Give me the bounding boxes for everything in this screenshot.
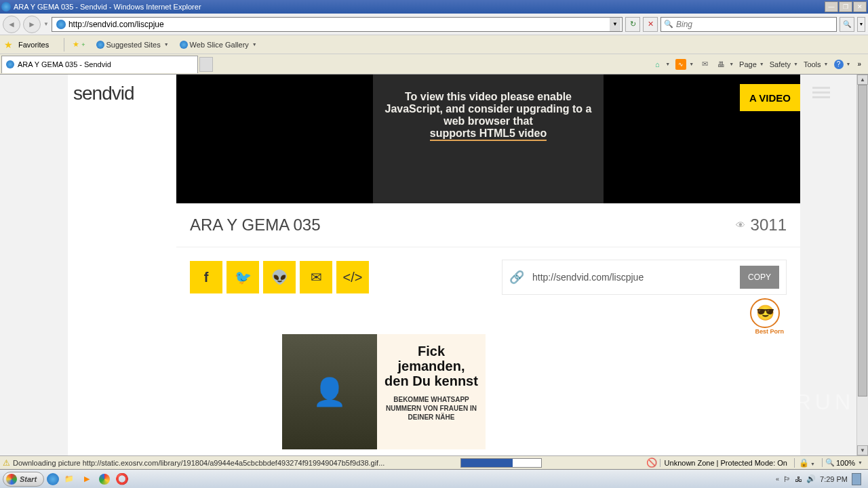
web-slice-gallery-link[interactable]: Web Slice Gallery ▼: [177, 39, 260, 50]
search-bar[interactable]: 🔍: [660, 17, 837, 32]
more-commands[interactable]: »: [857, 60, 861, 68]
help-icon: ?: [834, 60, 844, 69]
address-dropdown[interactable]: ▼: [610, 18, 620, 31]
video-msg-text: To view this video please enable JavaScr…: [384, 91, 593, 127]
share-reddit-button[interactable]: 👽: [263, 261, 296, 293]
home-button[interactable]: ⌂▼: [650, 58, 671, 71]
search-input[interactable]: [676, 20, 833, 29]
web-slice-label: Web Slice Gallery: [190, 41, 249, 49]
ad-banner[interactable]: 👤 Fick jemanden, den Du kennst BEKOMME W…: [282, 334, 486, 449]
mail-icon: ✉: [699, 59, 710, 70]
favorites-bar: ★ Favorites ★+ Suggested Sites ▼ Web Sli…: [0, 35, 868, 54]
zoom-control[interactable]: 🔍 100% ▼: [822, 458, 865, 467]
tab-favicon: [6, 60, 14, 68]
progress-bar: [460, 458, 542, 468]
upload-video-button[interactable]: A VIDEO: [740, 84, 800, 111]
status-bar: ⚠ Downloading picture http://static.exos…: [0, 455, 868, 469]
taskbar-explorer-icon[interactable]: 📁: [62, 472, 77, 487]
close-button[interactable]: ✕: [853, 1, 867, 12]
security-indicator-icon[interactable]: 🚫: [646, 458, 657, 468]
refresh-button[interactable]: ↻: [625, 17, 640, 32]
back-button[interactable]: ◄: [3, 16, 20, 33]
stop-button[interactable]: ✕: [643, 17, 658, 32]
window-title: ARA Y GEMA 035 - Sendvid - Windows Inter…: [14, 3, 825, 11]
warning-icon: ⚠: [3, 458, 10, 468]
tray-flag-icon[interactable]: 🏳: [783, 475, 791, 483]
address-bar[interactable]: ▼: [52, 17, 623, 32]
tray-show-desktop[interactable]: [852, 473, 861, 485]
address-input[interactable]: [68, 20, 610, 29]
scroll-up-arrow[interactable]: ▲: [857, 75, 868, 85]
zoom-icon: 🔍: [825, 458, 835, 467]
forward-button[interactable]: ►: [23, 16, 41, 33]
favorites-label[interactable]: Favorites: [18, 41, 49, 49]
read-mail-button[interactable]: ✉: [698, 58, 711, 71]
nav-history-dropdown[interactable]: ▼: [43, 21, 49, 27]
link-icon: 🔗: [509, 270, 524, 285]
search-go-button[interactable]: 🔍: [840, 17, 854, 32]
share-facebook-button[interactable]: f: [190, 261, 222, 293]
ad-region: 👤 Fick jemanden, den Du kennst BEKOMME W…: [176, 334, 800, 449]
new-tab-button[interactable]: [199, 57, 213, 72]
video-title: ARA Y GEMA 035: [190, 216, 321, 235]
feeds-button[interactable]: ∿▼: [674, 58, 695, 71]
system-tray: « 🏳 🖧 🔊 7:29 PM: [776, 473, 865, 485]
taskbar-ie-icon[interactable]: [47, 473, 59, 485]
menu-button[interactable]: [812, 87, 830, 98]
security-zone: Unknown Zone | Protected Mode: On: [660, 459, 791, 467]
nav-toolbar: ◄ ► ▼ ▼ ↻ ✕ 🔍 🔍 ▼: [0, 14, 868, 35]
windows-orb-icon: [6, 474, 17, 485]
share-email-button[interactable]: ✉: [300, 261, 332, 293]
suggested-sites-label: Suggested Sites: [106, 41, 161, 49]
video-title-row: ARA Y GEMA 035 👁 3011: [176, 203, 800, 247]
site-logo[interactable]: sendvid: [73, 83, 134, 104]
video-player[interactable]: To view this video please enable JavaScr…: [176, 75, 800, 203]
copy-button[interactable]: COPY: [740, 266, 779, 289]
video-fallback-message: To view this video please enable JavaScr…: [373, 75, 604, 203]
tray-network-icon[interactable]: 🖧: [795, 475, 802, 483]
ad-image: 👤: [282, 334, 377, 449]
taskbar-opera-icon[interactable]: ⭕: [115, 472, 130, 487]
print-icon: 🖶: [715, 59, 726, 70]
share-embed-button[interactable]: </>: [336, 261, 369, 293]
maximize-button[interactable]: ❐: [839, 1, 852, 12]
taskbar-chrome-icon[interactable]: [97, 472, 112, 487]
minimize-button[interactable]: —: [825, 1, 838, 12]
tray-clock[interactable]: 7:29 PM: [820, 475, 848, 483]
add-favorite-button[interactable]: ★+: [70, 39, 87, 50]
ie-icon: [1, 2, 11, 12]
browser-tab[interactable]: ARA Y GEMA 035 - Sendvid: [1, 56, 198, 73]
scroll-down-arrow[interactable]: ▼: [857, 445, 868, 455]
start-label: Start: [20, 475, 37, 483]
ie-icon: [96, 41, 104, 49]
html5-video-link[interactable]: supports HTML5 video: [430, 127, 547, 141]
status-message: Downloading picture http://static.exosrv…: [13, 459, 384, 467]
tab-label: ARA Y GEMA 035 - Sendvid: [18, 60, 111, 68]
search-icon: 🔍: [664, 20, 673, 28]
page-menu[interactable]: Page▼: [738, 59, 766, 70]
start-button[interactable]: Start: [3, 472, 44, 487]
share-row: f 🐦 👽 ✉ </> 🔗 COPY: [176, 247, 800, 307]
print-button[interactable]: 🖶▼: [714, 58, 735, 71]
eye-icon: 👁: [736, 220, 745, 230]
page-content: sendvid A VIDEO To view this video pleas…: [0, 75, 868, 455]
help-button[interactable]: ?▼: [833, 58, 852, 70]
vertical-scrollbar[interactable]: ▲ ▼: [856, 75, 868, 455]
favorites-star-icon[interactable]: ★: [4, 39, 13, 50]
tray-volume-icon[interactable]: 🔊: [806, 474, 816, 483]
zoom-level: 100%: [836, 459, 855, 467]
suggested-sites-link[interactable]: Suggested Sites ▼: [94, 39, 172, 50]
tray-expand-icon[interactable]: «: [776, 476, 779, 483]
share-twitter-button[interactable]: 🐦: [226, 261, 259, 293]
window-titlebar: ARA Y GEMA 035 - Sendvid - Windows Inter…: [0, 0, 868, 14]
bestporn-badge-label: Best Porn: [755, 328, 784, 335]
bestporn-badge-icon[interactable]: 😎: [750, 298, 780, 328]
safety-menu[interactable]: Safety▼: [768, 59, 800, 70]
tools-menu[interactable]: Tools▼: [802, 59, 830, 70]
share-url-box: 🔗 COPY: [502, 260, 787, 295]
taskbar-media-icon[interactable]: ▶: [79, 472, 94, 487]
ad-subtext: BEKOMME WHATSAPP NUMMERN VON FRAUEN IN D…: [384, 395, 479, 422]
share-url-input[interactable]: [532, 272, 732, 283]
scroll-thumb[interactable]: [858, 85, 867, 396]
search-options-dropdown[interactable]: ▼: [857, 17, 865, 32]
